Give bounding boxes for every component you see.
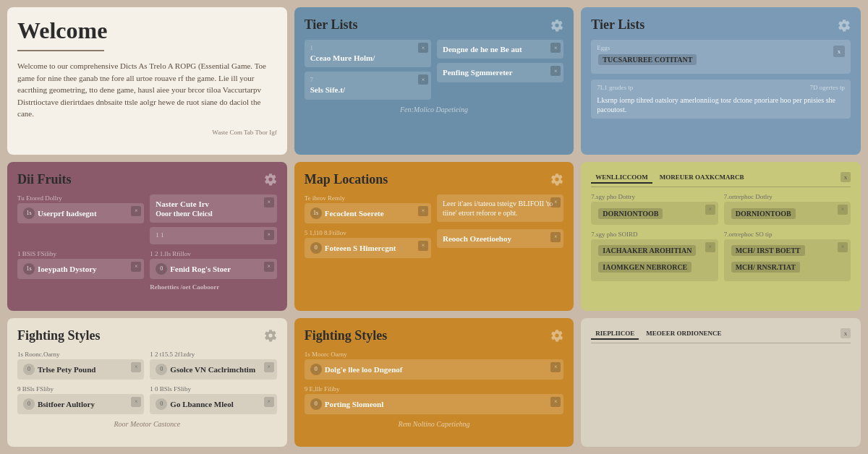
badge: DORNIONTOOB bbox=[731, 208, 796, 219]
tab-medeer[interactable]: MEOEER ORDIONENCE bbox=[642, 328, 726, 340]
tab-header: WENLLICCOOM MOREUER OAXKCMARCB x bbox=[591, 172, 851, 187]
list-item: × 0 Porting Slomeonl bbox=[305, 394, 564, 414]
item-text: Fecoclent Soerete bbox=[325, 208, 384, 218]
list-item: × Naster Cute Irv Ooor thenr Cleicsl bbox=[150, 194, 276, 223]
close-button[interactable]: × bbox=[264, 230, 274, 240]
tier-lists-top-1-card: Tier Lists 1 Cceao Mure Holm/ × 7 Sels S… bbox=[294, 7, 574, 155]
list-item: × 0 Trlse Pety Pound bbox=[17, 359, 144, 380]
list-item: Penfing Sgmmereter × bbox=[437, 63, 563, 82]
dii-fruits-row1: Tu Etored Dollry × 1s Userprf hadsegnt ×… bbox=[17, 194, 277, 244]
close-button[interactable]: x bbox=[841, 172, 851, 182]
tab-welcome[interactable]: WENLLICCOOM bbox=[591, 172, 652, 184]
item-text: Trlse Pety Pound bbox=[38, 364, 95, 374]
dii-fruits-row2-col2: 1 2 1.lls Rfillov × 0 Fenid Rog's Stoer … bbox=[150, 250, 276, 292]
gear-icon[interactable] bbox=[550, 329, 563, 342]
num-circle: 1s bbox=[23, 263, 35, 275]
num-circle: 0 bbox=[310, 398, 322, 410]
item-text: Ioeypath Dystory bbox=[38, 264, 97, 274]
footer: Roor Meotor Castonce bbox=[17, 420, 277, 428]
close-button[interactable]: × bbox=[264, 262, 274, 272]
label: 9 BSls FSliby bbox=[17, 385, 144, 393]
fs1-row2-col1: 9 BSls FSliby × 0 Bsitfoer Aultlory bbox=[17, 385, 144, 414]
welcome-divider bbox=[17, 50, 104, 51]
close-button[interactable]: × bbox=[550, 232, 561, 242]
list-item-text: Penfing Sgmmereter bbox=[443, 67, 558, 77]
gear-icon[interactable] bbox=[550, 19, 563, 32]
num-circle: 1s bbox=[310, 207, 322, 219]
close-button[interactable]: x bbox=[841, 328, 851, 338]
num-circle: 0 bbox=[23, 364, 35, 375]
replace-code-tab-header: RIEPLIICOE MEOEER ORDIONENCE x bbox=[591, 328, 851, 343]
badge-1: MCH/ IRST BOETT bbox=[731, 245, 805, 256]
gear-icon[interactable] bbox=[550, 173, 563, 186]
list-item: × 0 Dolg'e llee loo Dngenof bbox=[305, 359, 564, 380]
gear-icon[interactable] bbox=[264, 329, 277, 342]
list-item-close-button[interactable]: × bbox=[550, 66, 561, 76]
tier-lists-top-1-col2: Dengne de he ne Be aut × Penfing Sgmmere… bbox=[437, 40, 563, 100]
list-item: 1 Cceao Mure Holm/ × bbox=[305, 40, 431, 67]
list-item: × 0 Bsitfoer Aultlory bbox=[17, 394, 144, 414]
badge-2: MCH/ RNSR.TIAT bbox=[731, 262, 800, 273]
list-item-close-button[interactable]: × bbox=[550, 43, 561, 53]
close-button[interactable]: × bbox=[705, 205, 715, 215]
welcome-more-row2: 7.sgy pho SOIRD × IACHAAKER AROHITIAN IA… bbox=[591, 231, 851, 281]
map-row1-col1: Te ibrov Remly × 1s Fecoclent Soerete bbox=[305, 194, 431, 223]
dii-fruits-row2-col1: 1 BSlS FSiliby × 1s Ioeypath Dystory bbox=[17, 250, 144, 292]
fs1-row2-col2: 1 0 BSls FSliby × 0 Go Lbannce Mleol bbox=[150, 385, 276, 414]
label: 9 E,lllr Filiby bbox=[305, 385, 564, 393]
item-text: Bsitfoer Aultlory bbox=[38, 399, 95, 409]
tab-more[interactable]: MOREUER OAXKCMARCB bbox=[655, 172, 749, 184]
close-button[interactable]: × bbox=[131, 362, 141, 372]
item-subtext: Ooor thenr Cleicsl bbox=[156, 209, 271, 218]
badge: DORNIONTOOB bbox=[598, 208, 663, 219]
close-button[interactable]: × bbox=[550, 197, 561, 207]
list-item: × Reooch Ozeetioehoy bbox=[437, 229, 563, 248]
close-button[interactable]: × bbox=[131, 206, 141, 216]
tier-lists-top-2-header: Tier Lists bbox=[591, 17, 851, 33]
dii-fruits-row1-col2: × Naster Cute Irv Ooor thenr Cleicsl × 1… bbox=[150, 194, 276, 244]
list-item-close-button[interactable]: × bbox=[418, 43, 428, 53]
item-text: Fenid Rog's Stoer bbox=[170, 264, 231, 274]
tier-lists-top-1-items: 1 Cceao Mure Holm/ × 7 Sels Sife.t/ × De… bbox=[305, 40, 564, 100]
fighting-styles-1-row1: 1s Roonc.Oarny × 0 Trlse Pety Pound 1 2 … bbox=[17, 351, 277, 380]
welcome-more-row1-col2: 7.ortrephoc Dotlry × DORNIONTOOB bbox=[724, 193, 851, 225]
close-button[interactable]: × bbox=[131, 262, 141, 272]
tier-lists-top-2-title: Tier Lists bbox=[591, 17, 644, 33]
close-button[interactable]: × bbox=[550, 362, 561, 372]
close-button[interactable]: × bbox=[264, 362, 274, 372]
num-circle: 0 bbox=[310, 364, 322, 375]
welcome-more-row2-col1: 7.sgy pho SOIRD × IACHAAKER AROHITIAN IA… bbox=[591, 231, 718, 281]
fighting-styles-2-row2: 9 E,lllr Filiby × 0 Porting Slomeonl bbox=[305, 385, 564, 414]
map-locations-row1: Te ibrov Remly × 1s Fecoclent Soerete × … bbox=[305, 194, 564, 223]
gear-icon[interactable] bbox=[838, 19, 851, 32]
col3-footer: Rehoetties /oet Caoboorr bbox=[150, 283, 276, 292]
fs1-row1-col1: 1s Roonc.Oarny × 0 Trlse Pety Pound bbox=[17, 351, 144, 380]
badge-row: IACHAAKER AROHITIAN IAOMKGEN NEBRORCE bbox=[597, 244, 712, 274]
dii-fruits-header: Dii Fruits bbox=[17, 172, 277, 187]
close-button[interactable]: × bbox=[550, 397, 561, 407]
close-button[interactable]: × bbox=[131, 397, 141, 407]
label: 1 2 t15.5 2f1zdry bbox=[150, 351, 276, 358]
list-item-close-button[interactable]: × bbox=[418, 74, 428, 85]
label: 5 1,l10 8.Ftillov bbox=[305, 229, 431, 236]
close-button[interactable]: × bbox=[838, 205, 848, 215]
badge-row: MCH/ IRST BOETT MCH/ RNSR.TIAT bbox=[730, 244, 845, 274]
gear-icon[interactable] bbox=[264, 173, 277, 186]
tab-replace[interactable]: RIEPLIICOE bbox=[591, 328, 639, 340]
map-locations-card: Map Locations Te ibrov Remly × 1s Fecocl… bbox=[294, 162, 574, 311]
close-button[interactable]: x bbox=[833, 46, 845, 57]
list-item-text: Dengne de he ne Be aut bbox=[443, 44, 558, 54]
close-button[interactable]: × bbox=[418, 241, 428, 251]
map-row2-col2: × Reooch Ozeetioehoy bbox=[437, 229, 563, 258]
label: 7.sgy pho SOIRD bbox=[591, 231, 718, 238]
tier-lists-top-2-card: Tier Lists Eggs x TUCSARUREE COTITANT 7L… bbox=[581, 7, 861, 155]
close-button[interactable]: × bbox=[418, 206, 428, 216]
badge: TUCSARUREE COTITANT bbox=[598, 54, 697, 65]
welcome-more-card: WENLLICCOOM MOREUER OAXKCMARCB x 7.sgy p… bbox=[581, 162, 861, 311]
close-button[interactable]: × bbox=[838, 242, 848, 252]
close-button[interactable]: × bbox=[705, 242, 715, 252]
label: 1 1 bbox=[156, 231, 271, 239]
close-button[interactable]: × bbox=[264, 397, 274, 407]
sub-item: 7L1 grudes tp 7D ogertes tp Lksrnp iornp… bbox=[591, 80, 851, 119]
close-button[interactable]: × bbox=[264, 197, 274, 207]
